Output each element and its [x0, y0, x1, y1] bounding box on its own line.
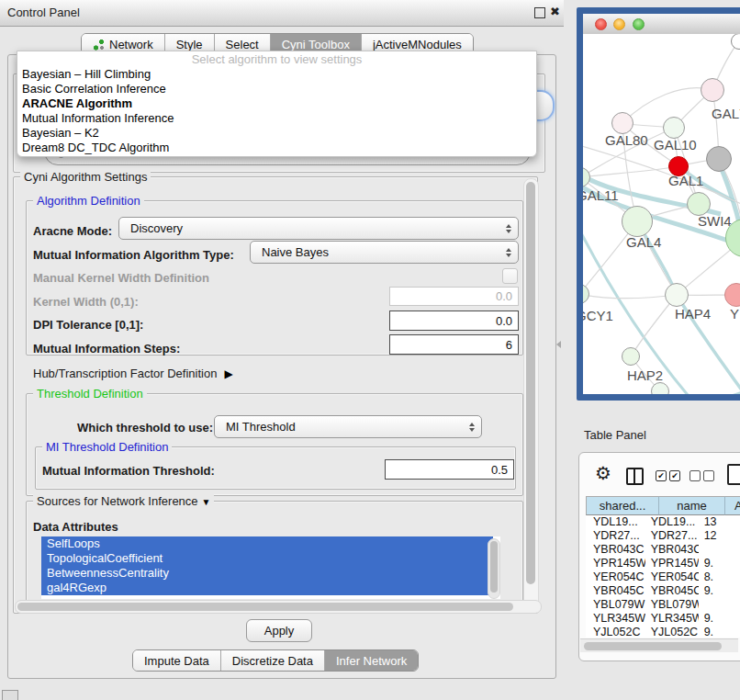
zoom-traffic-light-icon[interactable]	[633, 18, 645, 30]
mi-threshold-input[interactable]: 0.5	[385, 459, 514, 480]
stepper-arrows-icon	[506, 248, 511, 257]
table-row[interactable]: YDL19...YDL19...13	[586, 515, 740, 529]
split-pane-handle[interactable]	[556, 341, 561, 348]
dpi-tolerance-label: DPI Tolerance [0,1]:	[33, 318, 143, 332]
table-row[interactable]: YBR045CYBR045C9.	[586, 584, 740, 598]
table-cell: YJL052C	[586, 626, 645, 638]
network-node-hap4[interactable]	[665, 283, 689, 307]
threshold-definition-title: Threshold Definition	[33, 387, 147, 401]
column-header-a[interactable]: A	[725, 496, 740, 515]
kernel-width-input[interactable]: 0.0	[389, 287, 519, 306]
attributes-list-scrollbar[interactable]	[488, 538, 500, 599]
table-row[interactable]: YJL052CYJL052C9.	[586, 626, 740, 638]
table-cell: YDR27...	[586, 529, 645, 543]
table-row[interactable]: YBL079WYBL079W	[586, 598, 740, 612]
checked-boxes-icon[interactable]: ✔	[669, 470, 680, 481]
algorithm-dropdown[interactable]: Select algorithm to view settings Bayesi…	[17, 51, 537, 157]
table-horizontal-scrollbar[interactable]	[580, 638, 738, 652]
mi-steps-input[interactable]: 6	[389, 334, 519, 355]
data-attributes-label: Data Attributes	[33, 520, 118, 534]
attribute-item-topologicalcoefficient[interactable]: TopologicalCoefficient	[41, 551, 493, 566]
stepper-arrows-icon	[469, 423, 475, 432]
settings-vertical-scrollbar[interactable]	[523, 178, 539, 608]
kernel-width-label: Kernel Width (0,1):	[33, 295, 139, 309]
node-label-hap4: HAP4	[675, 306, 711, 322]
close-traffic-light-icon[interactable]	[595, 18, 607, 30]
checked-boxes-icon[interactable]: ✔	[656, 470, 667, 481]
bottom-tab-discretize-data[interactable]: Discretize Data	[220, 650, 324, 671]
dropdown-item-basic-correlation-inference[interactable]: Basic Correlation Inference	[17, 82, 536, 96]
expand-right-icon[interactable]: ▶	[224, 367, 232, 380]
settings-horizontal-scrollbar[interactable]	[15, 600, 542, 614]
network-node-gal10[interactable]	[663, 117, 685, 139]
bottom-tab-impute-data[interactable]: Impute Data	[133, 650, 220, 671]
split-column-icon[interactable]	[626, 468, 644, 485]
dropdown-item-bayesian-hill-climbing[interactable]: Bayesian – Hill Climbing	[17, 67, 536, 82]
dock-panel-icon[interactable]	[2, 690, 18, 700]
apply-button[interactable]: Apply	[246, 619, 312, 642]
table-cell	[699, 543, 740, 557]
table-cell	[699, 598, 740, 612]
column-header-name[interactable]: name	[659, 496, 725, 515]
sources-title-text: Sources for Network Inference	[37, 494, 198, 508]
table-cell: YLR345W	[645, 612, 699, 626]
mi-type-combo[interactable]: Naive Bayes	[250, 241, 519, 264]
tab-label: Discretize Data	[232, 654, 313, 668]
column-header-shared[interactable]: shared...	[586, 496, 659, 515]
dropdown-item-aracne-algorithm[interactable]: ARACNE Algorithm	[17, 96, 536, 111]
attribute-item-betweennesscentrality[interactable]: BetweennessCentrality	[41, 566, 493, 581]
unchecked-boxes-icon[interactable]	[690, 470, 701, 481]
dropdown-placeholder: Select algorithm to view settings	[17, 52, 536, 66]
collapse-down-icon[interactable]: ▼	[202, 497, 211, 507]
table-row[interactable]: YER054CYER054C8.	[586, 570, 740, 584]
table-cell: YBR045C	[586, 584, 645, 598]
network-node[interactable]	[706, 146, 732, 172]
network-node-gal4[interactable]	[622, 206, 653, 237]
which-threshold-combo[interactable]: MI Threshold	[214, 415, 482, 438]
table-row[interactable]: YLR345WYLR345W9.	[586, 612, 740, 626]
tab-label: Impute Data	[144, 654, 209, 668]
table-header: shared...nameA	[586, 496, 740, 515]
document-icon[interactable]	[727, 464, 740, 485]
node-label-gal80: GAL80	[605, 132, 648, 148]
dpi-tolerance-input[interactable]: 0.0	[389, 310, 519, 331]
network-node-hap2[interactable]	[622, 347, 640, 366]
table-cell: 8.	[699, 570, 740, 584]
mi-steps-label: Mutual Information Steps:	[33, 342, 180, 356]
network-canvas[interactable]: GAL7GAL80GAL10GAL1GAL11GAL4SWI4GCY1HAP4Y…	[583, 34, 740, 394]
node-label-y: Y	[730, 306, 739, 322]
tab-label: Select	[226, 38, 259, 51]
attribute-item-selfloops[interactable]: SelfLoops	[41, 536, 493, 551]
network-node-gal7[interactable]	[701, 78, 724, 102]
mi-threshold-group-title: MI Threshold Definition	[42, 440, 172, 454]
float-window-icon[interactable]	[534, 7, 545, 18]
gear-icon[interactable]: ⚙	[595, 464, 611, 482]
table-row[interactable]: YBR043CYBR043C	[586, 543, 740, 557]
aracne-mode-value: Discovery	[130, 221, 183, 235]
node-label-hap2: HAP2	[627, 367, 663, 383]
dropdown-item-bayesian-k2[interactable]: Bayesian – K2	[17, 126, 536, 141]
table-cell: 13	[699, 515, 740, 529]
table-row[interactable]: YDR27...YDR27...12	[586, 529, 740, 543]
data-attributes-list[interactable]: SelfLoopsTopologicalCoefficientBetweenne…	[41, 536, 500, 599]
close-icon[interactable]: ✖	[550, 5, 560, 18]
bottom-tab-infer-network[interactable]: Infer Network	[324, 650, 418, 671]
attribute-item-gal4rgexp[interactable]: gal4RGexp	[41, 581, 493, 595]
bottom-tab-bar: Impute DataDiscretize DataInfer Network	[132, 649, 419, 672]
dropdown-item-dream8-dc-tdc-algorithm[interactable]: Dream8 DC_TDC Algorithm	[17, 141, 536, 155]
table-row[interactable]: YPR145WYPR145W9.	[586, 557, 740, 570]
aracne-mode-combo[interactable]: Discovery	[118, 217, 519, 240]
network-window-titlebar[interactable]	[583, 14, 740, 35]
minimize-traffic-light-icon[interactable]	[613, 18, 625, 30]
network-node[interactable]	[651, 382, 669, 394]
control-panel-header	[0, 0, 564, 27]
aracne-mode-label: Aracne Mode:	[33, 224, 112, 238]
manual-kernel-width-checkbox[interactable]	[502, 268, 518, 284]
network-node-gal80[interactable]	[611, 112, 633, 134]
dropdown-item-mutual-information-inference[interactable]: Mutual Information Inference	[17, 111, 536, 126]
hub-definition-toggle[interactable]: Hub/Transcription Factor Definition▶	[33, 367, 233, 380]
table-cell: YBL079W	[645, 598, 699, 612]
node-label-gal7: GAL7	[712, 106, 740, 121]
node-label-gal1: GAL1	[668, 173, 703, 188]
unchecked-boxes-icon[interactable]	[703, 470, 714, 481]
